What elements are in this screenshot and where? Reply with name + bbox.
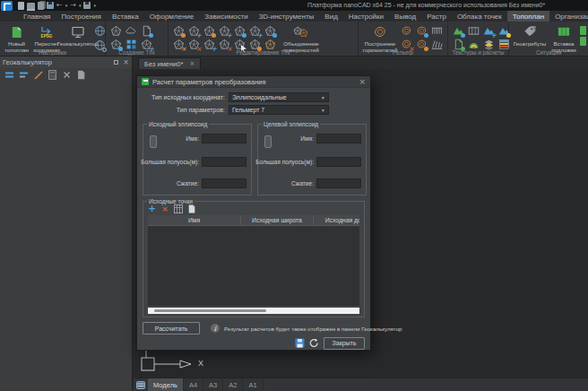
print-icon[interactable]: [83, 2, 91, 9]
refresh-icon[interactable]: [309, 338, 319, 348]
scrollbar-thumb[interactable]: [154, 309, 266, 312]
redo-dropdown-icon[interactable]: ▾: [79, 1, 82, 10]
add-point-icon[interactable]: +: [148, 204, 156, 213]
contour-edit-icon[interactable]: [399, 24, 413, 38]
info-icon: i: [211, 324, 220, 333]
calculator-icon[interactable]: [48, 70, 57, 80]
tin-add-boundary-icon[interactable]: [232, 24, 246, 38]
redo-icon[interactable]: →: [70, 1, 76, 10]
menu-tab-glavnaya[interactable]: Главная: [18, 11, 56, 22]
document-tab[interactable]: Без имени0* ×: [138, 57, 201, 69]
import-table-icon[interactable]: [174, 204, 183, 213]
target-ellipsoid-select-button[interactable]: [264, 135, 272, 148]
menu-tab-oformlenie[interactable]: Оформление: [144, 11, 200, 22]
undo-dropdown-icon[interactable]: ▾: [65, 1, 68, 10]
calculate-button[interactable]: Рассчитать: [143, 322, 200, 335]
menu-tab-postroeniya[interactable]: Построения: [56, 11, 106, 22]
geo-attributes-button[interactable]: Геоатрибуты: [512, 23, 548, 47]
dialog-bottom-bar: Закрыть: [295, 336, 365, 350]
target-ellipsoid-title: Целевой эллипсоид: [262, 121, 320, 128]
target-name-input[interactable]: [316, 134, 361, 143]
save-document-icon[interactable]: [38, 2, 44, 10]
layout-tab-a2[interactable]: А2: [223, 378, 243, 391]
ucs-x-axis-label: X: [198, 359, 203, 368]
source-axis-input[interactable]: [202, 157, 246, 167]
create-tin-icon[interactable]: [108, 24, 123, 38]
menu-tab-vyvod[interactable]: Вывод: [389, 11, 421, 22]
recalc-coordinates-icon: EPSG: [41, 24, 53, 39]
layout-tab-a3[interactable]: А3: [203, 378, 223, 391]
point-convert-icon[interactable]: [19, 70, 29, 80]
globe-north-icon[interactable]: [92, 24, 107, 38]
layout-tab-a4[interactable]: А4: [184, 378, 203, 391]
geocalculator-button[interactable]: Геокалькулятор: [63, 23, 92, 47]
tin-insert-object-icon[interactable]: [247, 24, 262, 38]
paste-points-icon[interactable]: [188, 204, 195, 213]
source-name-input[interactable]: [202, 134, 246, 143]
panel-close-icon[interactable]: ×: [123, 59, 129, 66]
nanocad-logo-icon[interactable]: [1, 1, 13, 11]
layout-tab-a1[interactable]: А1: [243, 378, 263, 391]
tin-add-point-icon[interactable]: [186, 24, 201, 38]
elevation-view-icon[interactable]: [481, 24, 496, 38]
menu-tab-vstavka[interactable]: Вставка: [107, 11, 144, 22]
delete-point-icon[interactable]: ×: [161, 204, 169, 213]
clipped-icon[interactable]: [580, 37, 586, 46]
qat-customize-icon[interactable]: ▾: [93, 1, 96, 10]
open-document-icon[interactable]: [27, 3, 35, 9]
menu-tab-zavisimosti[interactable]: Зависимости: [199, 11, 254, 22]
column-header-source-longitude[interactable]: Исходная долгота: [314, 215, 359, 225]
source-ellipsoid-select-button[interactable]: [150, 135, 157, 148]
column-header-source-latitude[interactable]: Исходная широта: [241, 215, 314, 225]
menu-tab-nastroyki[interactable]: Настройки: [343, 11, 389, 22]
points-table-header: Имя Исходная широта Исходная долгота: [148, 215, 359, 226]
clear-list-icon[interactable]: [62, 70, 72, 80]
tin-rebuild-icon[interactable]: [171, 24, 186, 38]
coord-type-label: Тип исходных координат:: [137, 94, 229, 100]
coord-type-select[interactable]: Эллипсоидальные ▾: [229, 92, 329, 102]
import-surface-icon[interactable]: [139, 24, 153, 38]
source-axis-label: Большая полуось(м):: [141, 159, 202, 165]
panel-autohide-icon[interactable]: [114, 60, 118, 65]
dialog-close-icon[interactable]: ×: [359, 78, 366, 85]
geo-attributes-label: Геоатрибуты: [514, 40, 547, 47]
new-document-icon[interactable]: [18, 2, 24, 10]
tin-from-point-cloud-icon[interactable]: [124, 24, 138, 38]
tin-edit-edge-icon[interactable]: [202, 24, 216, 38]
close-button[interactable]: Закрыть: [324, 337, 365, 350]
menu-tab-organizatsiya[interactable]: Организация: [549, 11, 588, 22]
points-table[interactable]: Имя Исходная широта Исходная долгота: [148, 215, 359, 306]
tin-add-edge-icon[interactable]: [217, 24, 231, 38]
menu-tab-oblaka-tochek[interactable]: Облака точек: [452, 11, 507, 22]
document-tab-close-icon[interactable]: ×: [189, 60, 195, 67]
report-document-icon[interactable]: [76, 70, 86, 80]
column-header-name[interactable]: Имя: [148, 215, 241, 225]
tin-simplify-icon[interactable]: [263, 24, 277, 38]
build-contours-icon: [373, 24, 387, 39]
menu-tab-3d-instrumenty[interactable]: 3D-инструменты: [254, 11, 320, 22]
horizontal-scrollbar[interactable]: [148, 308, 359, 314]
geocalculator-panel-toolbar: [0, 68, 132, 82]
save-results-icon[interactable]: [295, 338, 305, 348]
menu-tab-rastr[interactable]: Растр: [421, 11, 452, 22]
contour-label-icon[interactable]: [414, 24, 428, 38]
target-flattening-input[interactable]: [316, 178, 361, 188]
source-name-label: Имя:: [186, 135, 202, 142]
param-type-value: Гельмерт 7: [232, 107, 264, 113]
texture-surface-icon[interactable]: [451, 24, 465, 38]
coordinate-convert-icon[interactable]: [4, 70, 14, 80]
measure-line-icon[interactable]: [33, 70, 43, 80]
texture-map-icon[interactable]: [466, 24, 480, 38]
layout-list-icon[interactable]: [134, 378, 148, 391]
layout-tab-model[interactable]: Модель: [148, 378, 184, 391]
slope-hatches-icon[interactable]: [429, 24, 444, 38]
undo-icon[interactable]: ←: [56, 1, 63, 10]
source-flattening-input[interactable]: [202, 178, 246, 188]
menu-tab-vid[interactable]: Вид: [319, 11, 342, 22]
target-axis-input[interactable]: [316, 157, 361, 167]
menu-tab-topoplan[interactable]: Топоплан: [507, 11, 549, 22]
dialog-title-bar[interactable]: Расчет параметров преобразования ×: [137, 76, 370, 88]
save-as-icon[interactable]: [47, 2, 54, 9]
clipped-icon[interactable]: [580, 26, 586, 35]
param-type-select[interactable]: Гельмерт 7 ▾: [229, 105, 329, 115]
